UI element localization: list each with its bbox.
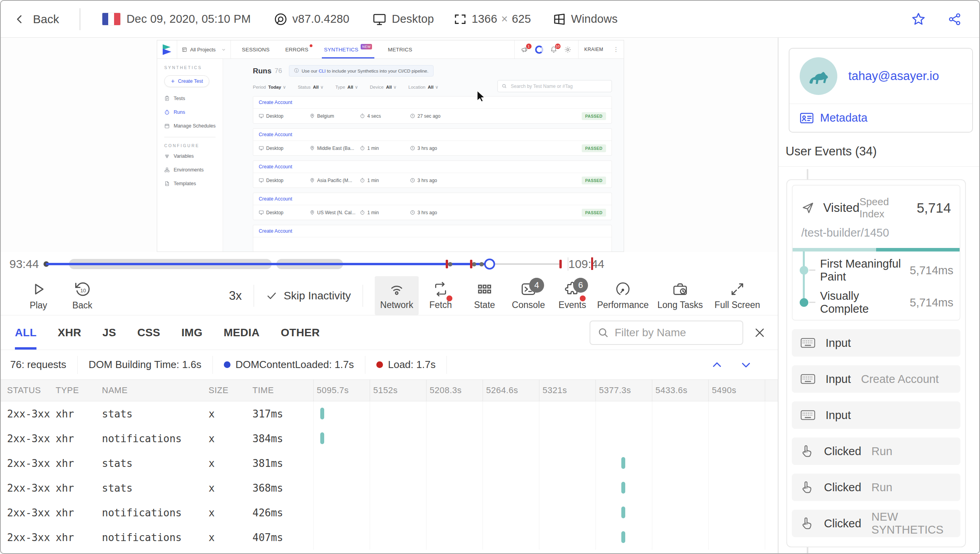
network-filter-input[interactable] — [614, 326, 735, 339]
skip-inactivity-toggle[interactable]: Skip Inactivity — [266, 290, 351, 302]
request-timing-bar — [621, 482, 625, 494]
timeline-progress — [46, 263, 490, 265]
sidebar-item-environments: Environments — [164, 167, 223, 173]
divider — [363, 285, 363, 307]
recorded-app-screen[interactable]: All Projects SESSIONS ERRORS SYNTHETICSN… — [157, 40, 624, 252]
back-label: Back — [33, 13, 59, 26]
device-type: Desktop — [392, 13, 434, 26]
session-info-panel: tahay@asayer.io Metadata User Events (34… — [778, 38, 979, 553]
network-request-row[interactable]: 2xx-3xxxhrnotificationsx407ms — [1, 525, 778, 550]
run-card: Create Account Desktop Asia Pacific (M..… — [253, 160, 612, 188]
visited-url: /test-builder/1450 — [793, 220, 960, 248]
network-request-list: 2xx-3xxxhrstatsx317ms 2xx-3xxxhrnotifica… — [1, 401, 778, 553]
network-request-row[interactable]: 2xx-3xxxhrstatsx381ms — [1, 451, 778, 476]
recorded-mouse-cursor — [476, 90, 486, 102]
announcements-icon: 1 — [521, 46, 528, 53]
playback-speed-button[interactable]: 3x — [229, 289, 242, 303]
chevron-left-icon — [14, 13, 26, 26]
tab-all[interactable]: ALL — [15, 315, 36, 350]
rewind-10-icon: 10 — [74, 281, 91, 297]
filter-period: PeriodToday∨ — [253, 84, 286, 90]
clicked-event-card[interactable]: Clicked NEW SYNTHETICS — [792, 510, 960, 537]
network-request-row[interactable]: 2xx-3xxxhrnotificationsx384ms — [1, 426, 778, 451]
metadata-button[interactable]: Metadata — [789, 104, 972, 132]
fetch-panel-button[interactable]: Fetch — [419, 276, 463, 315]
resolution-separator: × — [501, 13, 508, 26]
create-test-button: Create Test — [164, 75, 209, 87]
network-filter-tabs: ALL XHR JS CSS IMG MEDIA OTHER — [1, 315, 778, 350]
run-card: Create Account Desktop Belgium 4 secs 27… — [253, 96, 612, 124]
metric-name: Visually Complete — [820, 290, 910, 315]
runs-count: 76 — [275, 67, 282, 75]
navigate-icon — [801, 201, 815, 215]
visited-label: Visited — [823, 201, 860, 215]
full-screen-icon — [730, 281, 745, 297]
timeline-track[interactable] — [46, 252, 561, 276]
monitor-icon — [259, 113, 264, 118]
clock-icon — [410, 178, 415, 183]
input-event-card[interactable]: Input — [792, 401, 960, 429]
events-count-badge: 6 — [573, 278, 588, 293]
user-email[interactable]: tahay@asayer.io — [848, 69, 939, 83]
briefcase-clock-icon — [672, 281, 688, 297]
requests-count: 76: requests — [1, 356, 78, 374]
jump-next-button[interactable] — [740, 359, 752, 371]
request-timing-bar — [320, 432, 324, 444]
jump-prev-button[interactable] — [711, 359, 723, 371]
network-request-row[interactable]: 2xx-3xxxhrnotificationsx426ms — [1, 500, 778, 525]
share-button[interactable] — [948, 12, 962, 26]
network-filter-box — [590, 321, 743, 345]
announcements-badge: 1 — [526, 44, 532, 49]
console-panel-button[interactable]: 4 Console — [506, 276, 550, 315]
network-request-row[interactable]: 2xx-3xxxhrstatsx317ms — [1, 401, 778, 426]
clicked-event-card[interactable]: Clicked Run — [792, 474, 960, 501]
full-screen-button[interactable]: Full Screen — [709, 276, 766, 315]
user-menu: KRAIEM — [578, 40, 605, 58]
user-card: tahay@asayer.io Metadata — [789, 48, 973, 133]
favorite-star-button[interactable] — [911, 12, 926, 27]
test-search-input — [510, 83, 608, 89]
tab-other[interactable]: OTHER — [281, 315, 320, 350]
tab-xhr[interactable]: XHR — [58, 315, 81, 350]
performance-panel-button[interactable]: Performance — [594, 276, 652, 315]
divider — [254, 285, 254, 307]
sidebar-item-variables: Variables — [164, 153, 223, 159]
stopwatch-icon — [360, 113, 365, 118]
waterfall-column-label: 5208.3s — [426, 380, 483, 401]
tab-media[interactable]: MEDIA — [224, 315, 260, 350]
error-marker — [470, 260, 472, 268]
close-panel-button[interactable] — [753, 326, 766, 339]
input-event-card[interactable]: Input Create Account — [792, 365, 960, 393]
error-marker — [559, 260, 562, 268]
tab-css[interactable]: CSS — [137, 315, 160, 350]
filter-type: TypeAll∨ — [335, 84, 358, 90]
input-event-card[interactable]: Input — [792, 329, 960, 357]
monitor-icon — [259, 210, 264, 215]
status-badge: PASSED — [582, 144, 606, 152]
network-panel-button[interactable]: Network — [375, 276, 419, 315]
waterfall-column-label: 5152s — [370, 380, 426, 401]
status-badge: PASSED — [582, 112, 606, 120]
visited-event-card[interactable]: Visited Speed Index 5,714 /test-builder/… — [792, 185, 960, 321]
events-panel-button[interactable]: 6 Events — [550, 276, 594, 315]
network-request-row[interactable]: 2xx-3xxxhrstatsx368ms — [1, 476, 778, 500]
loading-spinner-icon — [535, 46, 543, 54]
metric-value: 5,714ms — [910, 296, 953, 309]
clicked-event-card[interactable]: Clicked Run — [792, 437, 960, 465]
divider — [80, 8, 80, 30]
back-button[interactable]: Back — [14, 13, 59, 26]
timeline-playhead[interactable] — [484, 259, 495, 270]
back-10s-button[interactable]: 10 Back — [60, 276, 104, 315]
tab-js[interactable]: JS — [102, 315, 116, 350]
metric-row: First Meaningful Paint 5,714ms — [820, 263, 953, 277]
waterfall-column-label: 5264.6s — [483, 380, 539, 401]
replay-stage[interactable]: All Projects SESSIONS ERRORS SYNTHETICSN… — [1, 38, 778, 252]
load-dot-icon — [376, 361, 383, 368]
tab-img[interactable]: IMG — [181, 315, 203, 350]
current-time: 93:44 — [9, 257, 39, 271]
pointer-hand-icon — [800, 480, 814, 494]
state-panel-button[interactable]: State — [463, 276, 506, 315]
play-button[interactable]: Play — [16, 276, 60, 315]
column-type: TYPE — [56, 385, 102, 395]
long-tasks-panel-button[interactable]: Long Tasks — [652, 276, 709, 315]
